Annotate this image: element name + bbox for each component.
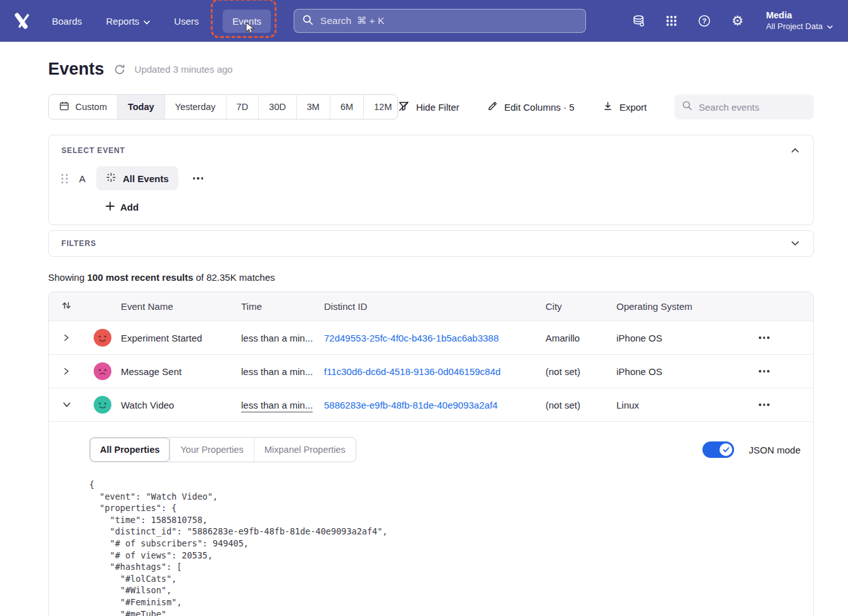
tab-all-properties[interactable]: All Properties (90, 438, 170, 462)
row-more-icon[interactable] (755, 366, 773, 376)
event-row-letter: A (79, 173, 85, 184)
col-header-city[interactable]: City (546, 301, 616, 312)
nav-item-users[interactable]: Users (174, 16, 199, 27)
range-custom[interactable]: Custom (49, 95, 117, 119)
add-event-label: Add (120, 202, 139, 213)
col-header-event-name[interactable]: Event Name (121, 301, 241, 312)
row-expand-icon[interactable] (60, 331, 73, 344)
pencil-icon (487, 101, 498, 113)
json-mode-toggle[interactable] (702, 441, 734, 458)
toggle-knob (720, 443, 732, 456)
search-events-input[interactable] (699, 102, 806, 113)
edit-columns-label: Edit Columns · 5 (504, 102, 575, 113)
col-header-distinct-id[interactable]: Distinct ID (324, 301, 546, 312)
search-icon (682, 101, 692, 113)
select-event-panel: SELECT EVENT A (48, 135, 814, 225)
row-collapse-icon[interactable] (60, 399, 73, 410)
event-json-code: { "event": "Watch Video", "properties": … (89, 479, 801, 616)
nav-item-events[interactable]: Events (223, 9, 271, 33)
nav-item-reports[interactable]: Reports (106, 16, 151, 27)
event-detail-panel: All Properties Your Properties Mixpanel … (49, 422, 813, 616)
event-time: less than a min... (241, 400, 313, 412)
hide-filter-button[interactable]: Hide Filter (398, 101, 459, 114)
search-events-box[interactable] (675, 94, 814, 120)
hide-filter-label: Hide Filter (416, 102, 459, 113)
nav-item-boards[interactable]: Boards (52, 16, 82, 27)
table-row[interactable]: Experiment Started less than a min... 72… (49, 321, 813, 355)
event-city: (not set) (546, 400, 616, 410)
distinct-id-link[interactable]: 5886283e-e9fb-48fb-81de-40e9093a2af4 (324, 400, 546, 410)
sort-rows-icon[interactable] (61, 300, 72, 312)
mixpanel-logo-icon[interactable] (11, 10, 33, 32)
range-yesterday[interactable]: Yesterday (165, 95, 226, 119)
range-30d[interactable]: 30D (258, 95, 296, 119)
event-avatar (94, 362, 111, 380)
table-row[interactable]: Message Sent less than a min... f11c30d6… (49, 355, 813, 388)
results-suffix: of 82.35K matches (193, 272, 275, 283)
page-title: Events (48, 59, 104, 79)
global-search[interactable] (294, 9, 586, 33)
range-today[interactable]: Today (117, 95, 165, 119)
col-header-os[interactable]: Operating System (616, 301, 752, 312)
event-name: Message Sent (121, 366, 241, 377)
refresh-icon[interactable] (114, 64, 125, 75)
table-row-expanded[interactable]: Watch Video less than a min... 5886283e-… (49, 388, 813, 422)
event-avatar (94, 396, 111, 414)
event-city: (not set) (546, 366, 616, 377)
select-event-title: SELECT EVENT (61, 146, 125, 155)
distinct-id-link[interactable]: 72d49553-25fc-4f0c-b436-1b5ac6ab3388 (324, 333, 546, 343)
col-header-time[interactable]: Time (241, 301, 324, 312)
expand-panel-icon[interactable] (790, 240, 801, 247)
event-name: Experiment Started (121, 333, 241, 343)
range-12m[interactable]: 12M (363, 95, 398, 119)
range-7d[interactable]: 7D (226, 95, 259, 119)
range-3m[interactable]: 3M (296, 95, 330, 119)
event-os: iPhone OS (616, 366, 752, 377)
apps-grid-icon[interactable] (664, 14, 678, 28)
date-range-segmented-control: Custom Today Yesterday 7D 30D 3M 6M 12M (48, 94, 398, 120)
event-os: iPhone OS (616, 333, 752, 343)
results-summary: Showing 100 most recent results of 82.35… (48, 272, 814, 283)
tab-your-properties[interactable]: Your Properties (170, 438, 253, 462)
filters-panel: FILTERS (48, 230, 814, 257)
primary-nav: Boards Reports Users Events (52, 9, 271, 33)
collapse-panel-icon[interactable] (790, 147, 801, 154)
event-burst-icon (106, 172, 116, 185)
event-avatar (94, 329, 111, 347)
event-name: Watch Video (121, 400, 241, 410)
event-time: less than a min... (241, 333, 324, 343)
row-more-icon[interactable] (755, 400, 773, 410)
distinct-id-link[interactable]: f11c30d6-dc6d-4518-9136-0d046159c84d (324, 366, 546, 377)
toolbar: Custom Today Yesterday 7D 30D 3M 6M 12M … (48, 94, 814, 120)
svg-text:?: ? (702, 17, 707, 25)
events-table: Event Name Time Distinct ID City Operati… (48, 292, 814, 616)
add-event-button[interactable]: Add (106, 202, 139, 213)
drag-handle-icon[interactable] (61, 174, 68, 183)
event-city: Amarillo (546, 333, 616, 343)
event-os: Linux (616, 400, 752, 410)
row-expand-icon[interactable] (60, 365, 73, 378)
data-management-icon[interactable] (632, 14, 645, 28)
project-switcher[interactable]: Media All Project Data (766, 9, 833, 32)
calendar-icon (59, 101, 70, 113)
plus-icon (106, 202, 115, 213)
range-6m[interactable]: 6M (330, 95, 363, 119)
event-selector-label: All Events (123, 173, 169, 184)
global-search-input[interactable] (320, 15, 577, 27)
edit-columns-button[interactable]: Edit Columns · 5 (487, 101, 575, 113)
project-name: Media (766, 9, 833, 22)
export-button[interactable]: Export (602, 101, 647, 113)
download-icon (602, 101, 613, 113)
event-row-more-icon[interactable] (189, 173, 208, 183)
settings-gear-icon[interactable]: ⚙ (730, 14, 744, 28)
help-icon[interactable]: ? (697, 14, 711, 28)
updated-timestamp: Updated 3 minutes ago (135, 64, 233, 75)
event-selector-chip[interactable]: All Events (96, 166, 178, 190)
results-count: 100 most recent results (87, 272, 194, 283)
nav-utilities: ? ⚙ Media All Project Data (632, 9, 833, 32)
properties-tab-group: All Properties Your Properties Mixpanel … (89, 437, 356, 462)
event-query-row: A All Events (61, 166, 801, 190)
chevron-down-icon (144, 16, 150, 27)
row-more-icon[interactable] (755, 333, 773, 343)
tab-mixpanel-properties[interactable]: Mixpanel Properties (254, 438, 356, 462)
